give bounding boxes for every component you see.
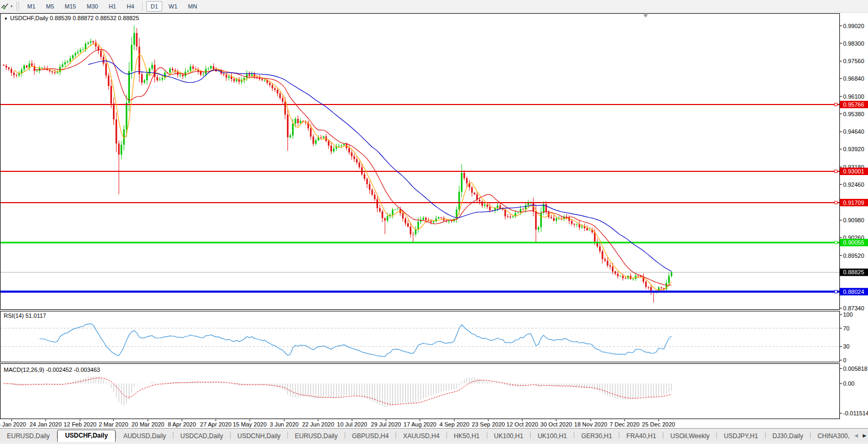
- svg-text:15 May 2020: 15 May 2020: [233, 421, 267, 428]
- chart-tab-ger30-h1[interactable]: GER30,H1: [574, 431, 619, 442]
- level-handle: [835, 201, 837, 204]
- chart-tab-usdchf-daily[interactable]: USDCHF,Daily: [57, 430, 116, 442]
- svg-text:0.95766: 0.95766: [843, 101, 864, 108]
- chart-tab-usoil-weekly[interactable]: USOil,Weekly: [663, 431, 716, 442]
- timeframe-toolbar: ▾ M1M5M15M30H1H4D1W1MN: [0, 0, 868, 13]
- svg-text:-0.011514: -0.011514: [843, 410, 868, 416]
- macd-indicator-label: MACD(12,26,9) -0.002452 -0.003463: [4, 367, 100, 373]
- svg-text:0.00: 0.00: [843, 380, 854, 387]
- svg-text:30: 30: [843, 343, 849, 350]
- svg-text:22 Jun 2020: 22 Jun 2020: [302, 421, 335, 428]
- timeframe-buttons: M1M5M15M30H1H4D1W1MN: [22, 1, 203, 12]
- crosshair-tool-button[interactable]: ▾: [0, 1, 15, 12]
- svg-text:0.99020: 0.99020: [843, 23, 864, 29]
- svg-text:0.91709: 0.91709: [843, 199, 864, 206]
- chart-tab-usdjpy-h1[interactable]: USDJPY,H1: [717, 431, 765, 442]
- svg-text:0.90980: 0.90980: [843, 217, 864, 223]
- ohlc-low: 0.88532: [95, 15, 117, 21]
- chart-tab-xauusd-h4[interactable]: XAUUSD,H4: [396, 431, 446, 442]
- svg-text:30 Oct 2020: 30 Oct 2020: [540, 421, 572, 428]
- svg-text:27 Apr 2020: 27 Apr 2020: [200, 421, 231, 428]
- svg-text:0.92460: 0.92460: [843, 181, 864, 188]
- chart-tab-eurusd-daily[interactable]: EURUSD,Daily: [288, 431, 345, 442]
- symbol-caret-icon[interactable]: ▼: [4, 16, 8, 21]
- timeframe-button-d1[interactable]: D1: [146, 1, 162, 12]
- svg-text:7 Dec 2020: 7 Dec 2020: [610, 421, 639, 428]
- ohlc-close: 0.88825: [118, 15, 139, 21]
- timeframe-button-w1[interactable]: W1: [164, 1, 182, 12]
- svg-text:0.93001: 0.93001: [843, 168, 864, 175]
- timeframe-button-mn[interactable]: MN: [184, 1, 201, 12]
- chart-tab-dj30-daily[interactable]: DJ30,Daily: [766, 431, 810, 442]
- tab-scroll-right-icon[interactable]: ▶: [863, 433, 866, 438]
- chart-tab-uk100-h1[interactable]: UK100,H1: [487, 431, 530, 442]
- trading-terminal-window: ▾ M1M5M15M30H1H4D1W1MN 0.990200.983000.9…: [0, 0, 868, 444]
- svg-text:70: 70: [843, 325, 849, 332]
- svg-text:0.005818: 0.005818: [843, 365, 867, 372]
- svg-text:18 Nov 2020: 18 Nov 2020: [574, 421, 607, 428]
- level-handle: [835, 103, 837, 106]
- macd-value-main: -0.002452: [46, 367, 72, 373]
- svg-text:8 Apr 2020: 8 Apr 2020: [168, 421, 196, 428]
- svg-text:0.88825: 0.88825: [843, 269, 864, 275]
- svg-text:0.94640: 0.94640: [843, 128, 864, 135]
- svg-text:0.87340: 0.87340: [843, 305, 864, 311]
- svg-text:0.96100: 0.96100: [843, 93, 864, 100]
- crosshair-icon: [1, 3, 10, 10]
- toolbar-grip: [16, 2, 19, 11]
- timeframe-button-m5[interactable]: M5: [42, 1, 58, 12]
- svg-text:12 Feb 2020: 12 Feb 2020: [64, 421, 97, 428]
- macd-name: MACD(12,26,9): [4, 367, 44, 373]
- svg-text:0.88024: 0.88024: [843, 289, 864, 295]
- chart-tab-usdcnh-daily[interactable]: USDCNH,Daily: [231, 431, 287, 442]
- svg-text:0.93920: 0.93920: [843, 146, 864, 152]
- status-bar: [0, 442, 868, 444]
- svg-text:0.98300: 0.98300: [843, 40, 864, 47]
- chart-tab-fra40-h1[interactable]: FRA40,H1: [619, 431, 663, 442]
- chart-tab-hk50-h1[interactable]: HK50,H1: [447, 431, 487, 442]
- chart-symbol: USDCHF,Daily: [10, 15, 48, 21]
- timeframe-button-m15[interactable]: M15: [60, 1, 80, 12]
- svg-text:100: 100: [843, 311, 853, 318]
- rsi-indicator-label: RSI(14) 51.0117: [4, 312, 46, 319]
- svg-text:4 Sep 2020: 4 Sep 2020: [440, 421, 469, 428]
- ohlc-open: 0.88539: [50, 15, 71, 21]
- svg-text:6 Jan 2020: 6 Jan 2020: [0, 421, 26, 428]
- chart-ohlc-header: ▼USDCHF,Daily 0.88539 0.88872 0.88532 0.…: [4, 15, 139, 21]
- svg-text:20 Mar 2020: 20 Mar 2020: [131, 421, 164, 428]
- chart-tab-usdcad-daily[interactable]: USDCAD,Daily: [173, 431, 230, 442]
- svg-text:0.97560: 0.97560: [843, 58, 864, 64]
- timeframe-button-h1[interactable]: H1: [104, 1, 120, 12]
- chart-tab-uk100-h1[interactable]: UK100,H1: [531, 431, 574, 442]
- svg-text:0: 0: [843, 357, 846, 363]
- chart-tab-gbpusd-h4[interactable]: GBPUSD,H4: [345, 431, 396, 442]
- svg-text:29 Jul 2020: 29 Jul 2020: [371, 421, 401, 428]
- chart-tab-audusd-daily[interactable]: AUDUSD,Daily: [116, 431, 173, 442]
- timeframe-button-m1[interactable]: M1: [23, 1, 40, 12]
- timeframe-group-separator: [142, 2, 143, 11]
- chart-tab-eurusd-daily[interactable]: EURUSD,Daily: [0, 431, 57, 442]
- tab-scroll-arrows: ◀ ▶: [850, 429, 866, 442]
- macd-value-signal: -0.003463: [74, 367, 100, 373]
- svg-text:12 Oct 2020: 12 Oct 2020: [506, 421, 538, 428]
- tab-scroll-left-icon[interactable]: ◀: [854, 433, 858, 438]
- svg-text:3 Jun 2020: 3 Jun 2020: [270, 421, 299, 428]
- price-chart[interactable]: 0.990200.983000.975600.968400.961000.953…: [0, 0, 868, 444]
- ohlc-high: 0.88872: [73, 15, 94, 21]
- svg-text:0.96840: 0.96840: [843, 75, 864, 82]
- svg-text:0.89520: 0.89520: [843, 253, 864, 259]
- svg-text:0.95380: 0.95380: [843, 111, 864, 117]
- timeframe-button-h4[interactable]: H4: [122, 1, 138, 12]
- level-handle: [835, 290, 837, 293]
- svg-text:17 Aug 2020: 17 Aug 2020: [404, 421, 436, 428]
- svg-text:24 Jan 2020: 24 Jan 2020: [30, 421, 62, 428]
- svg-text:23 Sep 2020: 23 Sep 2020: [472, 421, 505, 428]
- svg-text:10 Jul 2020: 10 Jul 2020: [337, 421, 367, 428]
- svg-text:0.90055: 0.90055: [843, 239, 864, 246]
- chart-tabs-bar: EURUSD,DailyUSDCHF,DailyAUDUSD,DailyUSDC…: [0, 428, 868, 442]
- svg-text:25 Dec 2020: 25 Dec 2020: [642, 421, 675, 428]
- level-handle: [835, 241, 837, 244]
- timeframe-button-m30[interactable]: M30: [82, 1, 102, 12]
- level-handle: [835, 170, 837, 173]
- tool-dropdown-caret-icon[interactable]: ▾: [11, 4, 13, 8]
